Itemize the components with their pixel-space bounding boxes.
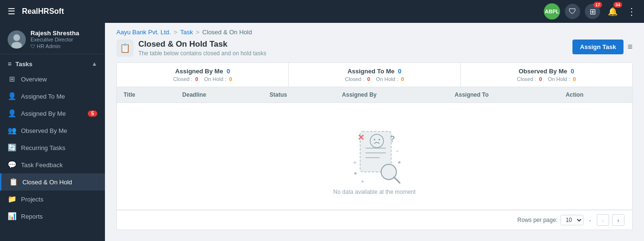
svg-text:?: ? — [390, 134, 395, 144]
grid-badge: 17 — [593, 2, 602, 8]
rows-per-page: Rows per page: 10 25 50 — [518, 215, 583, 225]
user-title: Executive Director — [31, 37, 79, 42]
page-subtitle: The table below contains closed and on h… — [138, 50, 266, 57]
stats-count-atm: 0 — [398, 68, 401, 75]
svg-point-8 — [374, 139, 375, 141]
empty-text: No data available at the moment — [333, 189, 416, 195]
page-title: Closed & On Hold Task — [138, 40, 266, 49]
grid-icon[interactable]: ⊞ 17 — [585, 4, 600, 19]
svg-line-14 — [394, 177, 400, 183]
notification-badge: 34 — [613, 2, 622, 8]
prev-page-button[interactable]: ‹ — [597, 214, 609, 226]
user-role: 🛡 HR Admin — [31, 43, 79, 49]
stats-count-abm: 0 — [227, 68, 230, 75]
page-title-block: Closed & On Hold Task The table below co… — [138, 40, 266, 57]
header-actions: Assign Task ≡ — [572, 40, 633, 54]
page-icon: 📋 — [116, 40, 134, 57]
brand-name: RealHRSoft — [22, 7, 64, 16]
col-status: Status — [263, 87, 335, 103]
col-deadline: Deadline — [176, 87, 263, 103]
notification-icon[interactable]: 🔔 34 — [605, 4, 620, 19]
sidebar-item-label: Assigned By Me — [21, 110, 66, 117]
stats-bar: Assigned By Me 0 Closed : 0 On Hold : 0 … — [116, 62, 633, 87]
svg-point-1 — [13, 34, 20, 41]
projects-icon: 📁 — [8, 195, 16, 203]
sidebar-item-assigned-by-me[interactable]: 👤 Assigned By Me 5 — [0, 105, 105, 122]
stats-sub-atm: Closed : 0 On Hold : 0 — [292, 76, 456, 82]
stats-title-observed-by-me: Observed By Me 0 — [465, 68, 628, 75]
svg-point-19 — [362, 181, 364, 182]
svg-point-17 — [354, 172, 357, 175]
tasks-section-header[interactable]: ≡ Tasks ▲ — [0, 54, 105, 70]
page-title-area: 📋 Closed & On Hold Task The table below … — [116, 40, 266, 57]
sidebar-item-label: Task Feedback — [21, 161, 62, 169]
recurring-icon: 🔄 — [8, 143, 16, 152]
breadcrumb-sep-1: > — [174, 29, 177, 36]
assign-task-button[interactable]: Assign Task — [572, 40, 624, 54]
stats-count-obm: 0 — [571, 68, 574, 75]
table-wrapper: Title Deadline Status Assigned By Assign… — [116, 87, 633, 210]
sidebar-item-reports[interactable]: 📊 Reports — [0, 208, 105, 225]
chevron-up-icon: ▲ — [92, 60, 97, 67]
closed-icon: 📋 — [9, 178, 18, 186]
empty-state: ? + + — [117, 103, 632, 210]
sidebar-item-closed-on-hold[interactable]: 📋 Closed & On Hold — [0, 173, 105, 191]
assigned-by-me-badge: 5 — [88, 110, 97, 117]
svg-text:+: + — [396, 149, 399, 154]
tasks-section-label: ≡ Tasks — [8, 60, 32, 68]
sidebar-item-observed-by-me[interactable]: 👥 Observed By Me — [0, 122, 105, 139]
stats-assigned-to-me: Assigned To Me 0 Closed : 0 On Hold : 0 — [289, 63, 460, 87]
shield-icon[interactable]: 🛡 — [565, 4, 580, 19]
hamburger-menu-icon[interactable]: ☰ — [8, 6, 15, 17]
filter-icon[interactable]: ≡ — [627, 42, 633, 52]
more-options-icon[interactable]: ⋮ — [627, 6, 636, 17]
stats-observed-by-me: Observed By Me 0 Closed : 0 On Hold : 0 — [461, 63, 632, 87]
sidebar-item-projects[interactable]: 📁 Projects — [0, 191, 105, 208]
overview-icon: ⊞ — [8, 75, 16, 83]
sidebar-item-label: Closed & On Hold — [22, 179, 72, 186]
table-header-row: Title Deadline Status Assigned By Assign… — [117, 87, 632, 103]
page-nav: ‹ › — [597, 214, 624, 226]
sidebar-item-label: Assigned To Me — [21, 93, 65, 100]
pagination-bar: Rows per page: 10 25 50 - ‹ › — [116, 210, 633, 230]
top-navigation: ☰ RealHRSoft ABPL 🛡 ⊞ 17 🔔 34 ⋮ — [0, 0, 644, 23]
sidebar-item-assigned-to-me[interactable]: 👤 Assigned To Me — [0, 88, 105, 105]
col-assigned-by: Assigned By — [335, 87, 448, 103]
svg-point-18 — [398, 161, 401, 164]
svg-point-7 — [370, 134, 384, 148]
page-header: 📋 Closed & On Hold Task The table below … — [105, 40, 644, 62]
sidebar-item-label: Reports — [21, 213, 43, 220]
user-icon: 👤 — [8, 109, 16, 118]
sidebar-item-recurring-tasks[interactable]: 🔄 Recurring Tasks — [0, 139, 105, 156]
next-page-button[interactable]: › — [612, 214, 624, 226]
breadcrumb-current: Closed & On Hold — [202, 29, 252, 36]
sidebar-item-label: Projects — [21, 196, 43, 203]
stats-title-assigned-to-me: Assigned To Me 0 — [292, 68, 456, 75]
reports-icon: 📊 — [8, 212, 16, 221]
empty-state-row: ? + + — [117, 103, 632, 210]
user-info: Rajesh Shrestha Executive Director 🛡 HR … — [31, 30, 79, 49]
breadcrumb: Aayu Bank Pvt. Ltd. > Task > Closed & On… — [105, 23, 644, 40]
breadcrumb-sep-2: > — [196, 29, 200, 36]
stats-sub-abm: Closed : 0 On Hold : 0 — [121, 76, 284, 82]
feedback-icon: 💬 — [8, 161, 16, 169]
main-layout: Rajesh Shrestha Executive Director 🛡 HR … — [0, 23, 644, 241]
svg-text:+: + — [353, 159, 357, 166]
sidebar-user-profile: Rajesh Shrestha Executive Director 🛡 HR … — [0, 23, 105, 54]
sidebar-item-label: Observed By Me — [21, 127, 67, 134]
svg-point-9 — [379, 139, 380, 141]
main-content: Aayu Bank Pvt. Ltd. > Task > Closed & On… — [105, 23, 644, 241]
breadcrumb-company[interactable]: Aayu Bank Pvt. Ltd. — [116, 29, 171, 36]
page-dash: - — [589, 217, 591, 224]
sidebar-item-overview[interactable]: ⊞ Overview — [0, 70, 105, 88]
stats-sub-obm: Closed : 0 On Hold : 0 — [465, 76, 628, 82]
company-badge[interactable]: ABPL — [544, 3, 560, 20]
breadcrumb-task[interactable]: Task — [180, 29, 193, 36]
rows-per-page-select[interactable]: 10 25 50 — [561, 215, 583, 225]
col-action: Action — [559, 87, 632, 103]
user-icon: 👤 — [8, 92, 16, 100]
col-assigned-to: Assigned To — [448, 87, 559, 103]
sidebar-item-task-feedback[interactable]: 💬 Task Feedback — [0, 156, 105, 173]
rows-per-page-label: Rows per page: — [518, 217, 558, 223]
topnav-right: ABPL 🛡 ⊞ 17 🔔 34 ⋮ — [544, 3, 636, 20]
